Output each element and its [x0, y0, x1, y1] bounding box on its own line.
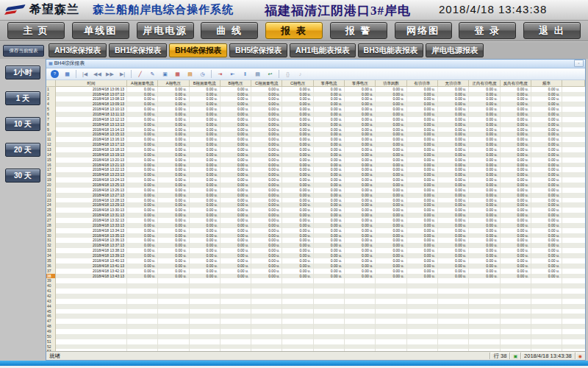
- table-row[interactable]: 52: [46, 344, 585, 350]
- table-row[interactable]: 292018/4/18 13:34:130.00 u.0.00 u.0.00 u…: [46, 228, 585, 233]
- tab-ah1-energy-meter[interactable]: AH1电能表报表: [290, 43, 356, 57]
- table-row[interactable]: 272018/4/18 13:32:130.00 u.0.00 u.0.00 u…: [46, 218, 585, 223]
- next-record-icon[interactable]: ▶▶: [104, 68, 115, 79]
- nav-button-curve[interactable]: 曲 线: [201, 22, 258, 39]
- table-row[interactable]: 262018/4/18 13:31:130.00 u.0.00 u.0.00 u…: [46, 213, 585, 218]
- value-cell: 0.00 u.: [469, 107, 500, 112]
- tab-ah3-protection[interactable]: AH3综保报表: [49, 43, 107, 57]
- table-row[interactable]: 312018/4/18 13:36:130.00 u.0.00 u.0.00 u…: [46, 238, 585, 243]
- first-record-icon[interactable]: |◀: [79, 68, 90, 79]
- table-row[interactable]: 242018/4/18 13:29:130.00 u.0.00 u.0.00 u…: [46, 202, 585, 208]
- table-row[interactable]: 342018/4/18 13:39:130.00 u.0.00 u.0.00 u…: [46, 253, 585, 258]
- nav-button-network-diagram[interactable]: 网络图: [395, 22, 452, 39]
- table-row[interactable]: 122018/4/18 13:17:130.00 u.0.00 u.0.00 u…: [46, 142, 585, 147]
- table-row[interactable]: 252018/4/18 13:30:130.00 u.0.00 u.0.00 u…: [46, 208, 585, 213]
- table-row[interactable]: 12018/4/18 13:06:130.00 u.0.00 u.0.00 u.…: [46, 87, 585, 92]
- table-row[interactable]: 42018/4/18 13:09:130.00 u.0.00 u.0.00 u.…: [46, 102, 585, 107]
- tab-bh5-protection[interactable]: BH5综保报表: [229, 43, 287, 57]
- tab-bh4-protection[interactable]: BH4综保报表: [169, 43, 227, 57]
- clock-icon[interactable]: ◷: [197, 68, 208, 79]
- value-cell: 0.00 u.: [407, 202, 438, 208]
- table-row[interactable]: 202018/4/18 13:25:130.00 u.0.00 u.0.00 u…: [46, 183, 585, 188]
- pause-icon[interactable]: ‖: [240, 68, 251, 79]
- table-row[interactable]: 372018/4/18 13:42:130.00 u.0.00 u.0.00 u…: [46, 269, 585, 274]
- table-row[interactable]: 102018/4/18 13:15:130.00 u.0.00 u.0.00 u…: [46, 132, 585, 137]
- tab-shore-power-report[interactable]: 岸电电源报表: [426, 43, 484, 57]
- table-row[interactable]: 362018/4/18 13:41:130.00 u.0.00 u.0.00 u…: [46, 263, 585, 269]
- table-row[interactable]: 302018/4/18 13:35:130.00 u.0.00 u.0.00 u…: [46, 233, 585, 238]
- print-icon[interactable]: ▤: [252, 68, 263, 79]
- table-row[interactable]: 51: [46, 339, 585, 344]
- nav-button-login[interactable]: 登 录: [459, 22, 516, 39]
- chart-icon[interactable]: ▤: [184, 68, 196, 79]
- table-row[interactable]: 232018/4/18 13:28:130.00 u.0.00 u.0.00 u…: [46, 198, 585, 203]
- tab-bh1-protection[interactable]: BH1综保报表: [109, 43, 167, 57]
- pin-icon[interactable]: ▫: [574, 60, 584, 67]
- table-row[interactable]: 142018/4/18 13:19:130.00 u.0.00 u.0.00 u…: [46, 152, 585, 158]
- table-row[interactable]: 212018/4/18 13:26:130.00 u.0.00 u.0.00 u…: [46, 188, 585, 193]
- top-bar: 希望森兰 森兰船舶岸电综合操作系统 福建福清江阴港口3#岸电 2018/4/18…: [0, 0, 588, 21]
- copy-icon[interactable]: ▣: [159, 68, 171, 79]
- value-cell: [407, 294, 438, 299]
- nav-button-alarm[interactable]: 报 警: [330, 22, 387, 39]
- table-row[interactable]: 43: [46, 299, 585, 304]
- table-row[interactable]: 47: [46, 319, 585, 324]
- sidebar-button-1-hour[interactable]: 1小时: [5, 66, 40, 79]
- table-row[interactable]: 182018/4/18 13:23:130.00 u.0.00 u.0.00 u…: [46, 172, 585, 177]
- sidebar-button-30-day[interactable]: 30 天: [5, 169, 40, 183]
- table-row[interactable]: 382018/4/18 13:43:130.00 u.0.00 u.0.00 u…: [46, 274, 585, 279]
- export-icon[interactable]: ⇥: [215, 68, 226, 79]
- value-cell: 0.00 u.: [438, 107, 469, 112]
- sidebar-button-10-day[interactable]: 10 天: [5, 117, 40, 131]
- table-row[interactable]: 46: [46, 314, 585, 319]
- help-icon[interactable]: ?: [51, 70, 59, 78]
- table-row[interactable]: 192018/4/18 13:24:130.00 u.0.00 u.0.00 u…: [46, 177, 585, 183]
- table-row[interactable]: 82018/4/18 13:13:130.00 u.0.00 u.0.00 u.…: [46, 122, 585, 127]
- table-row[interactable]: 222018/4/18 13:27:130.00 u.0.00 u.0.00 u…: [46, 193, 585, 198]
- table-row[interactable]: 41: [46, 289, 585, 294]
- table-row[interactable]: 72018/4/18 13:12:130.00 u.0.00 u.0.00 u.…: [46, 117, 585, 122]
- sidebar-button-1-day[interactable]: 1 天: [5, 91, 40, 105]
- table-row[interactable]: 112018/4/18 13:16:130.00 u.0.00 u.0.00 u…: [46, 137, 585, 142]
- table-row[interactable]: 352018/4/18 13:40:130.00 u.0.00 u.0.00 u…: [46, 258, 585, 263]
- table-row[interactable]: 45: [46, 309, 585, 314]
- prev-record-icon[interactable]: ◀◀: [92, 68, 103, 79]
- nav-button-shore-power-supply[interactable]: 岸电电源: [137, 22, 194, 39]
- nav-button-report[interactable]: 报 表: [265, 22, 323, 39]
- nav-button-home[interactable]: 主 页: [7, 22, 65, 39]
- table-row[interactable]: 162018/4/18 13:21:130.00 u.0.00 u.0.00 u…: [46, 163, 585, 168]
- note-icon[interactable]: ♪: [295, 68, 306, 79]
- sidebar-button-20-day[interactable]: 20 天: [5, 143, 40, 157]
- table-row[interactable]: 332018/4/18 13:38:130.00 u.0.00 u.0.00 u…: [46, 248, 585, 253]
- table-row[interactable]: 48: [46, 324, 585, 329]
- import-icon[interactable]: ⇤: [227, 68, 238, 79]
- table-row[interactable]: 92018/4/18 13:14:130.00 u.0.00 u.0.00 u.…: [46, 127, 585, 132]
- nav-button-exit[interactable]: 退 出: [523, 22, 581, 39]
- table-row[interactable]: 39: [46, 278, 585, 283]
- table-row[interactable]: 152018/4/18 13:20:130.00 u.0.00 u.0.00 u…: [46, 158, 585, 163]
- table-row[interactable]: 42: [46, 294, 585, 299]
- grid-icon[interactable]: ▦: [172, 68, 183, 79]
- table-row[interactable]: 49: [46, 329, 585, 334]
- pen-icon[interactable]: ✎: [147, 68, 158, 79]
- calendar-icon[interactable]: ▦: [62, 68, 73, 79]
- table-row[interactable]: 172018/4/18 13:22:130.00 u.0.00 u.0.00 u…: [46, 167, 585, 172]
- refresh-icon[interactable]: ↩: [265, 68, 276, 79]
- table-row[interactable]: 40: [46, 283, 585, 289]
- filter-icon[interactable]: {}: [282, 68, 293, 79]
- table-row[interactable]: 32018/4/18 13:08:130.00 u.0.00 u.0.00 u.…: [46, 96, 585, 102]
- tab-bh3-energy-meter[interactable]: BH3电能表报表: [358, 43, 424, 57]
- save-current-report-button[interactable]: 保存当前报表: [3, 45, 44, 57]
- table-row[interactable]: 62018/4/18 13:11:130.00 u.0.00 u.0.00 u.…: [46, 112, 585, 117]
- table-row[interactable]: 50: [46, 334, 585, 339]
- value-cell: [501, 289, 531, 294]
- nav-button-single-line-diagram[interactable]: 单线图: [72, 22, 129, 39]
- last-record-icon[interactable]: ▶|: [117, 68, 128, 79]
- edit-icon[interactable]: ╱: [135, 68, 146, 79]
- table-row[interactable]: 282018/4/18 13:33:130.00 u.0.00 u.0.00 u…: [46, 223, 585, 228]
- table-row[interactable]: 44: [46, 304, 585, 309]
- table-row[interactable]: 132018/4/18 13:18:130.00 u.0.00 u.0.00 u…: [46, 147, 585, 152]
- table-row[interactable]: 322018/4/18 13:37:130.00 u.0.00 u.0.00 u…: [46, 243, 585, 248]
- table-row[interactable]: 52018/4/18 13:10:130.00 u.0.00 u.0.00 u.…: [46, 107, 585, 112]
- table-row[interactable]: 22018/4/18 13:07:130.00 u.0.00 u.0.00 u.…: [46, 92, 585, 97]
